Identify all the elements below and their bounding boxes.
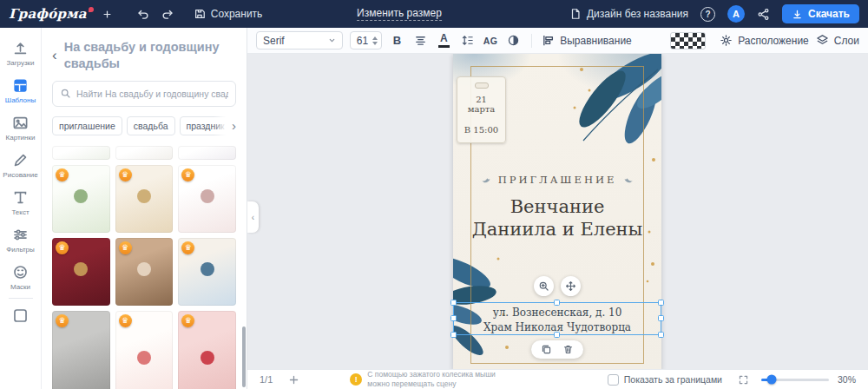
template-thumbnail[interactable] — [115, 146, 174, 160]
sidebar-item-more[interactable] — [0, 302, 42, 329]
invitation-title[interactable]: Венчание Даниила и Елены — [453, 195, 661, 241]
dove-left-icon — [481, 176, 491, 184]
bold-button[interactable]: B — [389, 30, 405, 50]
template-thumbnail[interactable]: ♛ — [52, 165, 110, 233]
template-thumbnail[interactable]: ♛ — [52, 311, 110, 389]
work-area: Serif 61 B A AG Выр — [247, 28, 868, 389]
resize-button[interactable]: Изменить размер — [357, 7, 442, 21]
search-box[interactable] — [52, 81, 236, 107]
user-avatar[interactable]: A — [727, 5, 745, 23]
add-page-button[interactable] — [288, 374, 299, 386]
canvas[interactable]: ‹ — [247, 54, 868, 369]
title-line-1: Венчание — [453, 195, 661, 218]
zoom-element-button[interactable] — [534, 276, 554, 296]
show-outside-label: Показать за границами — [624, 374, 722, 385]
search-input[interactable] — [76, 89, 228, 99]
template-thumbnail[interactable]: ♛ — [52, 238, 110, 306]
show-outside-toggle[interactable]: Показать за границами — [608, 374, 722, 386]
resize-handle-top-left[interactable] — [450, 300, 457, 306]
sidebar-item-templates[interactable]: Шаблоны — [0, 72, 42, 109]
address-line-1: ул. Вознесенская, д. 10 — [454, 306, 661, 320]
resize-handle-right[interactable] — [658, 315, 664, 321]
position-button[interactable]: Расположение — [720, 34, 809, 47]
panel-collapse-button[interactable]: ‹ — [247, 201, 259, 233]
template-thumbnail[interactable] — [52, 146, 110, 160]
dove-right-icon — [623, 176, 634, 184]
layers-button[interactable]: Слои — [816, 34, 859, 47]
text-color-button[interactable]: A — [436, 30, 452, 50]
download-icon — [792, 9, 803, 20]
app-logo[interactable]: Графо́рма — [9, 6, 94, 22]
sidebar-item-images[interactable]: Картинки — [0, 109, 42, 147]
template-thumbnail[interactable]: ♛ — [178, 165, 236, 233]
design-page[interactable]: 21 марта В 15:00 ПРИГЛАШЕНИЕ Венчание Да… — [453, 54, 661, 369]
line-height-button[interactable] — [459, 30, 476, 50]
back-button[interactable]: ‹ — [49, 39, 61, 72]
zoom-slider-knob[interactable] — [767, 375, 777, 385]
sidebar-item-drawing[interactable]: Рисование — [0, 147, 42, 184]
fullscreen-button[interactable] — [738, 374, 749, 386]
selected-text-element[interactable]: ул. Вознесенская, д. 10 Храм Николая Чуд… — [453, 302, 661, 335]
size-stepper-arrows[interactable] — [372, 36, 378, 45]
share-icon — [757, 8, 770, 21]
template-thumbnail[interactable]: ♛ — [115, 311, 174, 389]
save-button[interactable]: Сохранить — [194, 8, 263, 20]
chips-scroll-right-button[interactable]: › — [214, 116, 236, 135]
canvas-hint: ! С помощью зажатого колесика мыши можно… — [350, 370, 496, 388]
template-grid: ♛♛♛♛♛♛♛♛♛ — [52, 146, 236, 389]
document-title-button[interactable]: Дизайн без названия — [569, 8, 688, 20]
rail-label: Картинки — [6, 134, 36, 142]
resize-handle-top-right[interactable] — [658, 300, 664, 306]
template-thumbnail[interactable] — [178, 146, 236, 160]
gear-icon — [720, 34, 733, 47]
date-tag[interactable]: 21 марта В 15:00 — [457, 76, 506, 143]
sidebar-item-text[interactable]: Текст — [0, 184, 42, 221]
fullscreen-icon — [738, 374, 749, 386]
letter-case-button[interactable]: AG — [483, 30, 499, 50]
undo-button[interactable] — [136, 8, 149, 21]
share-button[interactable] — [757, 8, 770, 21]
color-swatch — [438, 45, 450, 48]
move-element-button[interactable] — [561, 276, 581, 296]
delete-button[interactable] — [562, 344, 574, 355]
panel-scrollbar[interactable] — [242, 326, 246, 387]
object-align-button[interactable]: Выравнивание — [542, 34, 632, 47]
premium-crown-icon: ♛ — [181, 241, 194, 254]
left-rail: Загрузки Шаблоны Картинки Рисование Текс… — [0, 28, 42, 389]
resize-handle-top[interactable] — [554, 300, 560, 306]
filter-chips: приглашение свадьба праздник торже › — [52, 116, 236, 135]
align-label: Выравнивание — [560, 35, 632, 47]
document-icon — [569, 8, 582, 20]
transparency-button[interactable] — [505, 30, 522, 50]
resize-handle-bottom-right[interactable] — [658, 332, 664, 338]
sidebar-item-filters[interactable]: Фильтры — [0, 221, 42, 259]
duplicate-button[interactable] — [541, 344, 552, 355]
chip-invitation[interactable]: приглашение — [52, 116, 122, 135]
document-title: Дизайн без названия — [587, 8, 688, 20]
template-thumbnail[interactable]: ♛ — [178, 238, 236, 306]
chip-wedding[interactable]: свадьба — [127, 116, 175, 135]
rail-divider — [9, 298, 33, 299]
redo-button[interactable] — [161, 8, 174, 21]
show-outside-checkbox[interactable] — [608, 374, 619, 386]
help-button[interactable]: ? — [700, 7, 715, 22]
zoom-slider[interactable] — [761, 379, 829, 381]
template-thumbnail[interactable]: ♛ — [115, 165, 174, 233]
download-label: Скачать — [808, 8, 850, 20]
pattern-fill-swatch[interactable] — [670, 32, 706, 49]
font-size-stepper[interactable]: 61 — [350, 31, 382, 49]
text-align-button[interactable] — [412, 30, 429, 50]
sidebar-item-masks[interactable]: Маски — [0, 259, 42, 296]
resize-handle-bottom-left[interactable] — [450, 332, 457, 338]
resize-handle-left[interactable] — [450, 315, 457, 321]
font-family-select[interactable]: Serif — [256, 31, 343, 49]
logo-plus-icon[interactable] — [102, 10, 112, 19]
search-icon — [60, 88, 71, 99]
invitation-heading[interactable]: ПРИГЛАШЕНИЕ — [453, 174, 661, 186]
sidebar-item-uploads[interactable]: Загрузки — [0, 35, 42, 72]
resize-handle-bottom[interactable] — [554, 332, 560, 338]
template-thumbnail[interactable]: ♛ — [178, 311, 236, 389]
download-button[interactable]: Скачать — [782, 4, 859, 23]
move-icon — [565, 280, 576, 292]
template-thumbnail[interactable]: ♛ — [115, 238, 174, 306]
